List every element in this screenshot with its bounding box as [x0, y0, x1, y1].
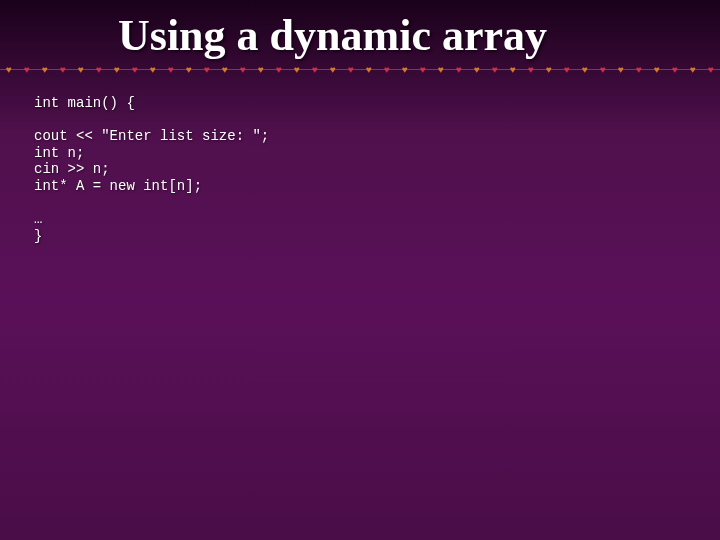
heart-icon	[252, 63, 270, 76]
heart-icon	[540, 63, 558, 76]
heart-icon	[414, 63, 432, 76]
divider	[0, 63, 720, 77]
heart-icon	[306, 63, 324, 76]
heart-icon	[180, 63, 198, 76]
slide-title: Using a dynamic array	[118, 10, 720, 61]
heart-icon	[108, 63, 126, 76]
heart-icon	[126, 63, 144, 76]
heart-icon	[216, 63, 234, 76]
code-line: int n;	[34, 145, 84, 161]
code-line: }	[34, 228, 42, 244]
heart-icon	[360, 63, 378, 76]
code-line: …	[34, 211, 42, 227]
code-line: int main() {	[34, 95, 135, 111]
heart-icon	[612, 63, 630, 76]
heart-icon	[342, 63, 360, 76]
heart-icon	[468, 63, 486, 76]
heart-icon	[0, 63, 18, 76]
heart-icon	[90, 63, 108, 76]
heart-icon	[288, 63, 306, 76]
heart-icon	[558, 63, 576, 76]
heart-icon	[54, 63, 72, 76]
heart-icon	[270, 63, 288, 76]
heart-icon	[234, 63, 252, 76]
code-block: int main() { cout << "Enter list size: "…	[0, 77, 720, 245]
heart-icon	[36, 63, 54, 76]
blank-line	[34, 195, 720, 211]
heart-icon	[630, 63, 648, 76]
heart-icon	[198, 63, 216, 76]
heart-icon	[450, 63, 468, 76]
heart-icon	[684, 63, 702, 76]
heart-icon	[72, 63, 90, 76]
title-wrap: Using a dynamic array	[0, 10, 720, 61]
heart-icon	[522, 63, 540, 76]
heart-icon	[324, 63, 342, 76]
heart-icon	[432, 63, 450, 76]
heart-icon	[594, 63, 612, 76]
blank-line	[34, 112, 720, 128]
heart-icon	[378, 63, 396, 76]
heart-icon	[162, 63, 180, 76]
heart-icon	[702, 63, 720, 76]
slide: Using a dynamic array int main() { cout …	[0, 0, 720, 540]
heart-icon	[396, 63, 414, 76]
heart-icon	[144, 63, 162, 76]
heart-icon	[648, 63, 666, 76]
heart-icon	[576, 63, 594, 76]
heart-icon	[486, 63, 504, 76]
heart-icon	[504, 63, 522, 76]
heart-icon	[18, 63, 36, 76]
code-line: int* A = new int[n];	[34, 178, 202, 194]
divider-hearts	[0, 63, 720, 76]
heart-icon	[666, 63, 684, 76]
code-line: cout << "Enter list size: ";	[34, 128, 269, 144]
code-line: cin >> n;	[34, 161, 110, 177]
